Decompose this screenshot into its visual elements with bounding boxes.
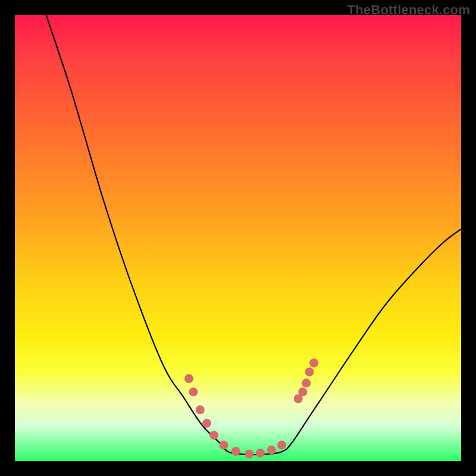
curve-dot (220, 441, 228, 450)
curve-dot (256, 449, 265, 458)
curve-dots-group (184, 359, 318, 459)
curve-dot (209, 431, 218, 440)
curve-dot (184, 374, 193, 383)
curve-dot (298, 387, 307, 396)
curve-dot (231, 447, 240, 456)
curve-dot (309, 359, 318, 368)
curve-dot (196, 405, 205, 414)
curve-dot (267, 446, 276, 455)
bottleneck-curve-chart (15, 15, 461, 461)
curve-dot (202, 419, 211, 428)
curve-dot (302, 378, 311, 387)
curve-dot (277, 441, 286, 450)
curve-dot (305, 368, 314, 377)
curve-dot (189, 387, 198, 396)
bottleneck-curve-line (46, 15, 462, 455)
curve-dot (245, 450, 253, 459)
